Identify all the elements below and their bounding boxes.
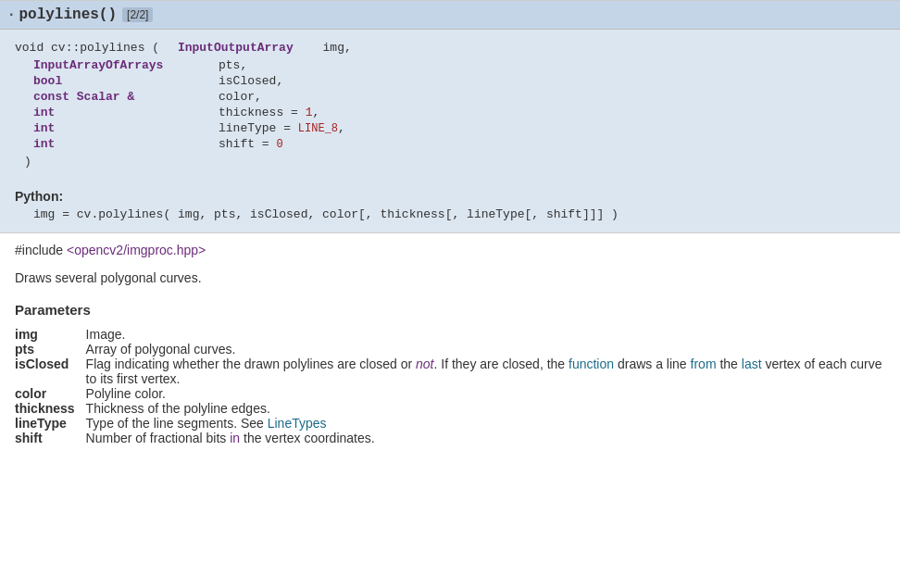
parameters-title: Parameters: [15, 302, 885, 318]
param-desc-cell: Flag indicating whether the drawn polyli…: [86, 357, 885, 386]
param-row: imgImage.: [15, 327, 885, 342]
param-type-thickness: int: [33, 106, 219, 119]
sig-row-thickness: int thickness = 1,: [33, 106, 885, 119]
function-name: polylines(): [19, 6, 117, 23]
signature-body: void cv::polylines ( InputOutputArray im…: [0, 30, 900, 181]
sig-row-pts: InputArrayOfArrays pts,: [33, 58, 885, 72]
function-header: · polylines() [2/2]: [0, 1, 900, 30]
param-name-pts: pts,: [219, 58, 247, 72]
param-type-isClosed: bool: [33, 74, 219, 88]
param-name-cell: thickness: [15, 401, 86, 416]
param-row: shiftNumber of fractional bits in the ve…: [15, 431, 885, 445]
python-label: Python:: [15, 189, 885, 204]
param-row: thicknessThickness of the polyline edges…: [15, 401, 885, 416]
param-desc-cell: Type of the line segments. See LineTypes: [86, 416, 885, 431]
sig-row-isClosed: bool isClosed,: [33, 74, 885, 88]
param-name-color: color,: [219, 90, 262, 104]
param-table: imgImage.ptsArray of polygonal curves.is…: [15, 327, 885, 445]
python-code: img = cv.polylines( img, pts, isClosed, …: [15, 207, 885, 221]
param-name-thickness: thickness = 1,: [219, 106, 319, 119]
bullet-icon: ·: [9, 6, 13, 23]
description-text: Draws several polygonal curves.: [0, 263, 900, 293]
param-type-color: const Scalar &: [33, 90, 219, 104]
param-name-cell: img: [15, 327, 86, 342]
param-name-isClosed: isClosed,: [219, 74, 283, 88]
include-section: #include <opencv2/imgproc.hpp>: [0, 232, 900, 263]
param-desc-cell: Thickness of the polyline edges.: [86, 401, 885, 416]
param-name-cell: lineType: [15, 416, 86, 431]
sig-param-table: InputArrayOfArrays pts, bool isClosed, c…: [33, 58, 885, 151]
sig-row-color: const Scalar & color,: [33, 90, 885, 104]
param-type-pts: InputArrayOfArrays: [33, 58, 219, 72]
param-name-shift: shift = 0: [219, 137, 283, 151]
param-type-0: InputOutputArray: [178, 41, 294, 55]
sig-close: ): [24, 153, 885, 172]
sig-row-lineType: int lineType = LINE_8,: [33, 121, 885, 135]
include-directive: #include: [15, 243, 63, 257]
param-name-cell: pts: [15, 342, 86, 357]
param-desc-cell: Image.: [86, 327, 885, 342]
param-name-cell: color: [15, 386, 86, 401]
param-row: lineTypeType of the line segments. See L…: [15, 416, 885, 431]
include-path: <opencv2/imgproc.hpp>: [67, 243, 206, 257]
namespace-text: cv::polylines: [51, 41, 144, 55]
param-row: isClosedFlag indicating whether the draw…: [15, 357, 885, 386]
param-row: colorPolyline color.: [15, 386, 885, 401]
param-desc-cell: Number of fractional bits in the vertex …: [86, 431, 885, 445]
parameters-section: Parameters imgImage.ptsArray of polygona…: [0, 293, 900, 455]
param-name-0: img,: [323, 41, 352, 55]
sig-row-shift: int shift = 0: [33, 137, 885, 151]
param-type-shift: int: [33, 137, 219, 151]
param-desc-cell: Array of polygonal curves.: [86, 342, 885, 357]
param-name-cell: isClosed: [15, 357, 86, 386]
function-counter: [2/2]: [122, 7, 153, 22]
param-type-lineType: int: [33, 121, 219, 135]
param-row: ptsArray of polygonal curves.: [15, 342, 885, 357]
sig-first-line: void cv::polylines ( InputOutputArray im…: [15, 39, 885, 58]
void-keyword: void: [15, 41, 44, 55]
param-name-lineType: lineType = LINE_8,: [219, 121, 345, 135]
signature-section: · polylines() [2/2] void cv::polylines (…: [0, 0, 900, 232]
python-section: Python: img = cv.polylines( img, pts, is…: [0, 181, 900, 232]
param-name-cell: shift: [15, 431, 86, 445]
param-desc-cell: Polyline color.: [86, 386, 885, 401]
